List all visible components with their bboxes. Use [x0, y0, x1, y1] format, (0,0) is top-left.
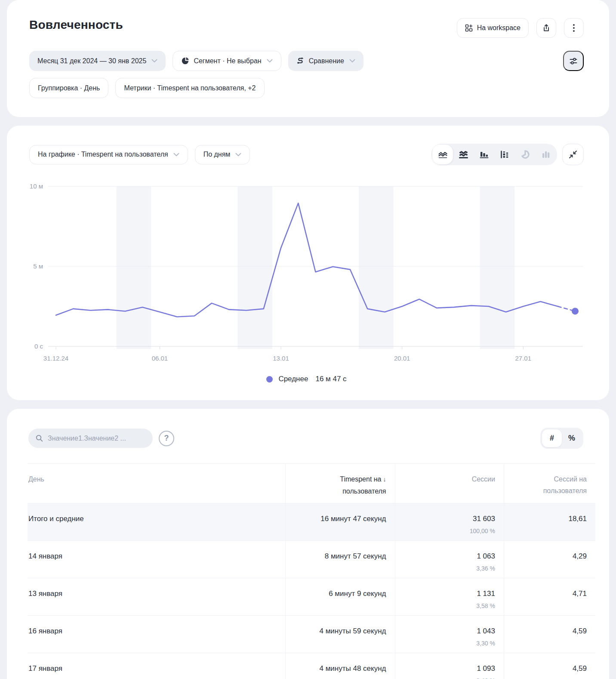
timespent-cell: 4 минуты 48 секунд — [285, 653, 395, 679]
bar-chart-icon — [480, 151, 489, 158]
day-cell: 14 января — [28, 541, 285, 578]
day-cell: 17 января — [28, 653, 285, 679]
chart-type-stacked-bar-button[interactable] — [494, 145, 515, 164]
page-title: Вовлеченность — [29, 18, 123, 32]
search-icon — [35, 434, 43, 442]
sliders-icon — [569, 57, 578, 65]
day-cell: 16 января — [28, 616, 285, 653]
area-chart-icon — [459, 151, 468, 158]
search-input[interactable] — [48, 435, 146, 442]
metrics-table: День Timespent на↓ пользователя Сессии С… — [28, 463, 595, 679]
collapse-chart-button[interactable] — [562, 144, 584, 165]
svg-text:10 м: 10 м — [30, 182, 43, 190]
sessions-value: 1 063 — [404, 552, 495, 561]
day-cell: 13 января — [28, 578, 285, 616]
sort-desc-icon: ↓ — [383, 476, 386, 483]
timespent-cell: 16 минут 47 секунд — [285, 503, 395, 541]
svg-text:06.01: 06.01 — [152, 355, 168, 362]
chart-type-histogram-button[interactable] — [536, 145, 556, 164]
day-cell: Итого и средние — [28, 503, 285, 541]
comparison-icon — [296, 57, 305, 65]
chart-type-line-button[interactable] — [432, 145, 453, 164]
workspace-button[interactable]: На workspace — [457, 18, 529, 38]
collapse-icon — [569, 150, 577, 159]
chart-type-pie-button[interactable] — [515, 145, 536, 164]
svg-text:0 с: 0 с — [34, 343, 43, 350]
units-percent-button[interactable]: % — [562, 429, 582, 447]
view-settings-button[interactable] — [563, 51, 584, 71]
more-button[interactable] — [564, 18, 584, 38]
sessions-percent: 100,00 % — [404, 528, 495, 535]
chevron-down-icon — [349, 59, 355, 63]
comparison-filter-chip[interactable]: Сравнение — [288, 51, 363, 71]
svg-text:20.01: 20.01 — [394, 355, 410, 362]
share-icon — [542, 24, 551, 32]
chart-card: На графике · Timespent на пользователя П… — [7, 126, 609, 400]
chart-legend[interactable]: Среднее 16 м 47 с — [29, 373, 584, 386]
timespent-line-chart[interactable]: 0 с5 м10 м31.12.2406.0113.0120.0127.01 — [29, 176, 584, 366]
sessions-per-user-cell: 4,59 — [504, 653, 595, 679]
table-row[interactable]: 16 января 4 минуты 59 секунд 1 043 3,30 … — [28, 616, 595, 653]
segment-filter-chip[interactable]: Сегмент · Не выбран — [172, 51, 281, 71]
workspace-icon — [465, 24, 473, 32]
legend-value: 16 м 47 с — [315, 375, 346, 383]
chevron-down-icon — [173, 153, 179, 157]
timespent-cell: 8 минут 57 секунд — [285, 541, 395, 578]
units-number-button[interactable]: # — [542, 429, 562, 447]
sessions-cell: 1 093 3,46 % — [395, 653, 504, 679]
sessions-per-user-cell: 18,61 — [504, 503, 595, 541]
svg-text:27.01: 27.01 — [515, 355, 532, 362]
sessions-percent: 3,30 % — [404, 640, 495, 648]
column-header-timespent[interactable]: Timespent на↓ пользователя — [285, 464, 395, 503]
sessions-percent: 3,36 % — [404, 565, 495, 573]
sessions-cell: 31 603 100,00 % — [395, 503, 504, 541]
sessions-value: 1 093 — [404, 664, 495, 673]
table-row[interactable]: 17 января 4 минуты 48 секунд 1 093 3,46 … — [28, 653, 595, 679]
svg-text:31.12.24: 31.12.24 — [43, 355, 68, 362]
column-header-day[interactable]: День — [28, 464, 285, 503]
sessions-cell: 1 063 3,36 % — [395, 541, 504, 578]
y-axis-labels: 0 с5 м10 м — [30, 182, 43, 350]
column-header-sessions[interactable]: Сессии — [395, 464, 504, 503]
chevron-down-icon — [151, 59, 157, 63]
line-chart-icon — [438, 151, 447, 158]
timespent-cell: 6 минут 9 секунд — [285, 578, 395, 616]
chevron-down-icon — [267, 59, 273, 63]
table-row[interactable]: 14 января 8 минут 57 секунд 1 063 3,36 %… — [28, 541, 595, 578]
histogram-icon — [542, 151, 550, 158]
sessions-per-user-cell: 4,71 — [504, 578, 595, 616]
legend-dot — [266, 376, 273, 383]
table-row[interactable]: Итого и средние 16 минут 47 секунд 31 60… — [28, 503, 595, 541]
sessions-per-user-cell: 4,59 — [504, 616, 595, 653]
sessions-value: 1 131 — [404, 589, 495, 598]
column-header-sessions-per-user[interactable]: Сессий на пользователя — [504, 464, 595, 503]
chart-type-bar-button[interactable] — [474, 145, 494, 164]
chevron-down-icon — [235, 153, 241, 157]
period-filter-chip[interactable]: Месяц 31 дек 2024 — 30 янв 2025 — [29, 51, 166, 71]
chart-granularity-select[interactable]: По дням — [195, 145, 250, 164]
current-point — [572, 308, 579, 315]
table-card: ? # % День Timespent на↓ пользователя Се… — [7, 409, 609, 679]
chart-metric-select[interactable]: На графике · Timespent на пользователя — [29, 145, 188, 164]
stacked-bar-chart-icon — [500, 151, 509, 158]
sessions-per-user-cell: 4,29 — [504, 541, 595, 578]
sessions-value: 31 603 — [404, 515, 495, 523]
weekend-bands — [117, 186, 514, 349]
chart-type-area-button[interactable] — [453, 145, 474, 164]
share-button[interactable] — [536, 18, 556, 38]
sessions-cell: 1 131 3,58 % — [395, 578, 504, 616]
chart-type-switcher — [431, 144, 557, 165]
table-search[interactable] — [28, 429, 153, 448]
x-axis-labels: 31.12.2406.0113.0120.0127.01 — [43, 355, 531, 362]
grouping-filter-chip[interactable]: Группировка · День — [29, 78, 108, 98]
metrics-filter-chip[interactable]: Метрики · Timespent на пользователя, +2 — [115, 78, 264, 98]
help-button[interactable]: ? — [159, 431, 174, 446]
timespent-cell: 4 минуты 59 секунд — [285, 616, 395, 653]
sessions-cell: 1 043 3,30 % — [395, 616, 504, 653]
legend-label: Среднее — [278, 375, 308, 383]
svg-text:13.01: 13.01 — [273, 355, 289, 362]
svg-text:5 м: 5 м — [33, 262, 43, 270]
table-body: Итого и средние 16 минут 47 секунд 31 60… — [28, 503, 595, 679]
table-row[interactable]: 13 января 6 минут 9 секунд 1 131 3,58 % … — [28, 578, 595, 616]
sessions-percent: 3,58 % — [404, 602, 495, 610]
